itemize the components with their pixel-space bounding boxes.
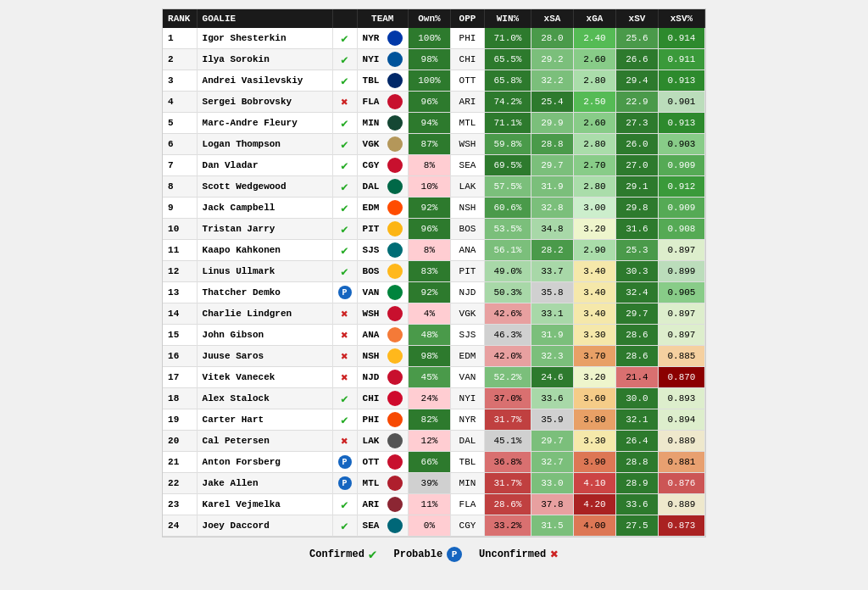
- xsa-cell: 29.7: [531, 431, 573, 452]
- xsa-cell: 25.4: [531, 92, 573, 113]
- opp-cell: PHI: [450, 28, 484, 49]
- win-cell: 57.5%: [484, 176, 531, 198]
- goalie-name-cell: Jack Campbell: [197, 198, 332, 219]
- xsv-cell: 22.9: [615, 92, 658, 113]
- xsa-cell: 33.6: [531, 388, 573, 409]
- goalie-name-cell: Igor Shesterkin: [197, 28, 332, 49]
- win-header: WIN%: [484, 9, 531, 28]
- win-cell: 60.6%: [484, 198, 531, 219]
- xsv-cell: 30.0: [615, 388, 658, 409]
- team-logo: [387, 73, 403, 88]
- xga-cell: 3.40: [573, 303, 615, 325]
- opp-cell: OTT: [450, 70, 484, 92]
- rank-cell: 12: [163, 261, 197, 282]
- rank-cell: 9: [163, 198, 197, 219]
- rank-cell: 20: [163, 431, 197, 452]
- opp-cell: ARI: [450, 92, 484, 113]
- xsvp-cell: 0.897: [658, 303, 704, 325]
- goalie-name-cell: Jake Allen: [197, 473, 332, 494]
- table-row: 19 Carter Hart ✔ PHI 82% NYR 31.7% 35.9 …: [163, 409, 704, 431]
- xsv-cell: 33.6: [615, 494, 658, 515]
- xsv-cell: 26.4: [615, 431, 658, 452]
- xsvp-cell: 0.901: [658, 92, 704, 113]
- xsv-header: xSV: [615, 9, 658, 28]
- xga-cell: 3.40: [573, 261, 615, 282]
- own-cell: 98%: [408, 346, 450, 367]
- xga-cell: 3.20: [573, 219, 615, 240]
- table-row: 17 Vitek Vanecek ✖ NJD 45% VAN 52.2% 24.…: [163, 367, 704, 388]
- unconfirmed-label: Unconfirmed: [479, 548, 546, 560]
- goalie-name-cell: Juuse Saros: [197, 346, 332, 367]
- xga-cell: 2.80: [573, 134, 615, 155]
- xsv-cell: 26.6: [615, 49, 658, 70]
- own-cell: 96%: [408, 92, 450, 113]
- opp-cell: VGK: [450, 303, 484, 325]
- xsa-cell: 28.2: [531, 240, 573, 261]
- xga-cell: 3.90: [573, 452, 615, 473]
- rank-cell: 5: [163, 113, 197, 134]
- goalie-name-cell: Logan Thompson: [197, 134, 332, 155]
- table-row: 7 Dan Vladar ✔ CGY 8% SEA 69.5% 29.7 2.7…: [163, 155, 704, 176]
- xga-cell: 3.00: [573, 198, 615, 219]
- opp-cell: SJS: [450, 325, 484, 346]
- rank-cell: 24: [163, 515, 197, 537]
- xsv-cell: 28.6: [615, 325, 658, 346]
- team-logo: [387, 221, 403, 237]
- team-cell: VGK: [357, 134, 408, 155]
- rank-cell: 23: [163, 494, 197, 515]
- goalie-name-cell: Dan Vladar: [197, 155, 332, 176]
- xsvp-cell: 0.897: [658, 240, 704, 261]
- team-cell: DAL: [357, 176, 408, 198]
- table-row: 14 Charlie Lindgren ✖ WSH 4% VGK 42.6% 3…: [163, 303, 704, 325]
- team-cell: BOS: [357, 261, 408, 282]
- status-cell: P: [332, 452, 357, 473]
- opp-cell: WSH: [450, 134, 484, 155]
- team-logo: [387, 285, 403, 300]
- table-row: 20 Cal Petersen ✖ LAK 12% DAL 45.1% 29.7…: [163, 431, 704, 452]
- table-header-row: RANK GOALIE TEAM Own% OPP WIN% xSA xGA x…: [163, 9, 704, 28]
- own-cell: 8%: [408, 240, 450, 261]
- own-cell: 100%: [408, 28, 450, 49]
- own-cell: 39%: [408, 473, 450, 494]
- own-cell: 94%: [408, 113, 450, 134]
- team-cell: ARI: [357, 494, 408, 515]
- win-cell: 42.0%: [484, 346, 531, 367]
- team-logo: [387, 433, 403, 448]
- table-row: 16 Juuse Saros ✖ NSH 98% EDM 42.0% 32.3 …: [163, 346, 704, 367]
- xsv-cell: 32.1: [615, 409, 658, 431]
- status-cell: ✖: [332, 346, 357, 367]
- team-logo: [387, 327, 403, 342]
- status-cell: ✔: [332, 134, 357, 155]
- opp-cell: CGY: [450, 515, 484, 537]
- team-cell: MTL: [357, 473, 408, 494]
- xsvp-cell: 0.889: [658, 431, 704, 452]
- rank-cell: 17: [163, 367, 197, 388]
- rank-cell: 14: [163, 303, 197, 325]
- win-cell: 74.2%: [484, 92, 531, 113]
- status-cell: ✔: [332, 49, 357, 70]
- xsa-cell: 32.2: [531, 70, 573, 92]
- table-row: 2 Ilya Sorokin ✔ NYI 98% CHI 65.5% 29.2 …: [163, 49, 704, 70]
- status-cell: ✔: [332, 494, 357, 515]
- team-logo: [387, 370, 403, 385]
- xsvp-cell: 0.894: [658, 409, 704, 431]
- status-cell: P: [332, 282, 357, 303]
- team-logo: [387, 264, 403, 279]
- own-cell: 96%: [408, 219, 450, 240]
- opp-cell: MIN: [450, 473, 484, 494]
- rank-cell: 19: [163, 409, 197, 431]
- goalie-header: GOALIE: [197, 9, 332, 28]
- xga-cell: 2.70: [573, 155, 615, 176]
- team-cell: PHI: [357, 409, 408, 431]
- xsvp-cell: 0.873: [658, 515, 704, 537]
- status-cell: ✔: [332, 409, 357, 431]
- xsvp-cell: 0.913: [658, 113, 704, 134]
- team-cell: MIN: [357, 113, 408, 134]
- xsv-cell: 28.8: [615, 452, 658, 473]
- xsvp-cell: 0.876: [658, 473, 704, 494]
- opp-cell: NJD: [450, 282, 484, 303]
- win-cell: 53.5%: [484, 219, 531, 240]
- xsv-cell: 21.4: [615, 367, 658, 388]
- xsa-cell: 34.8: [531, 219, 573, 240]
- xga-cell: 2.80: [573, 176, 615, 198]
